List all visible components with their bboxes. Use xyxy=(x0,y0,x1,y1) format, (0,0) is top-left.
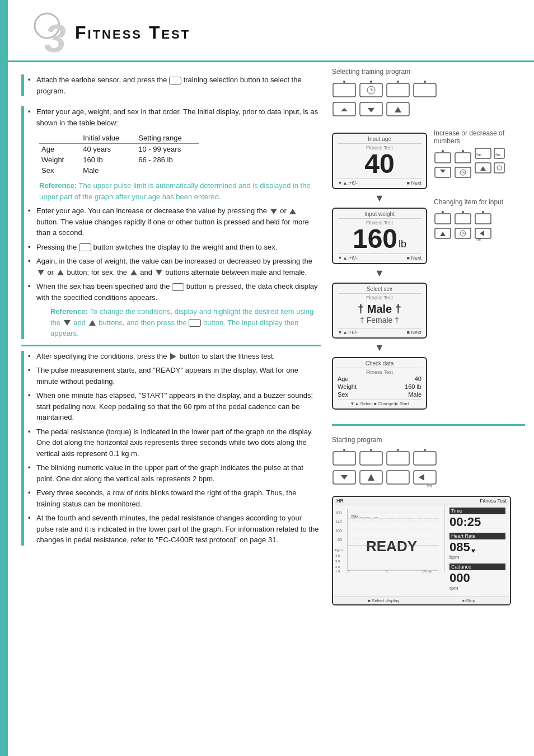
svg-point-39 xyxy=(442,211,444,213)
next-btn3-icon xyxy=(189,319,201,327)
select-sex-header: Select sex xyxy=(338,286,421,294)
svg-rect-66 xyxy=(414,471,436,484)
ready-stop: ●:Stop xyxy=(462,598,475,603)
left-section: Attach the earlobe sensor, and press the… xyxy=(16,62,329,614)
down-triangle-icon xyxy=(270,209,277,214)
check-row-sex: SexMale xyxy=(338,391,421,398)
sex-male-option: † Male † xyxy=(340,303,419,316)
row-label-weight: Weight xyxy=(39,154,81,165)
heart-rate-label: Heart Rate xyxy=(449,533,505,539)
svg-rect-57 xyxy=(387,452,409,465)
svg-marker-67 xyxy=(419,474,424,481)
input-weight-header: Input weight xyxy=(338,211,421,219)
svg-point-20 xyxy=(442,150,444,152)
next-btn2-icon xyxy=(172,283,184,291)
check-data-header: Check data xyxy=(338,360,421,368)
reference1: Reference: The upper pulse limit is auto… xyxy=(39,180,321,202)
section1-bullet1: Attach the earlobe sensor, and press the… xyxy=(28,74,321,96)
bullet-age-adjust: Enter your age. You can increase or decr… xyxy=(28,205,321,238)
svg-marker-45 xyxy=(440,232,446,236)
ready-graph-svg: 180 140 100 60 max.................. xyxy=(335,508,444,574)
check-row-age: Age40 xyxy=(338,375,421,383)
svg-rect-65 xyxy=(387,471,409,484)
ready-title-label: Fitness Test xyxy=(480,498,507,504)
bullet-pedal-resistance: The pedal resistance (torque) is indicat… xyxy=(28,426,321,459)
svg-marker-33 xyxy=(480,166,486,171)
section3: After specifying the conditions, press t… xyxy=(21,351,321,546)
svg-text:READY: READY xyxy=(366,538,417,555)
select-sex-footer: ▼▲:+6/- ■ Next xyxy=(338,328,421,335)
input-weight-value: 160lb xyxy=(338,226,421,252)
svg-text:kg·m: kg·m xyxy=(335,548,343,552)
svg-marker-62 xyxy=(341,475,348,480)
svg-text:140: 140 xyxy=(335,520,342,524)
svg-text:60: 60 xyxy=(338,538,342,542)
svg-text:3: 3 xyxy=(44,17,66,55)
input-age-value: 40 xyxy=(338,151,421,177)
ready-footer: ■:Select display ●:Stop xyxy=(333,597,510,604)
down-triangle2-icon xyxy=(38,270,44,275)
svg-rect-59 xyxy=(414,452,436,465)
svg-point-60 xyxy=(424,449,426,451)
svg-point-5 xyxy=(370,81,372,83)
svg-rect-42 xyxy=(475,214,491,224)
down-triangle3-icon xyxy=(156,270,162,275)
time-label: Time xyxy=(449,508,505,514)
table-row-weight: Weight 160 lb 66 - 286 lb xyxy=(39,154,199,165)
input-age-footer: ▼▲:+6/- ■ Next xyxy=(338,179,421,186)
svg-text:2.0: 2.0 xyxy=(335,565,340,569)
col-header-initial: Initial value xyxy=(81,133,136,144)
row-initial-weight: 160 lb xyxy=(81,154,136,165)
bullet-dots-blink: Every three seconds, a row of dots blink… xyxy=(28,487,321,509)
svg-marker-16 xyxy=(368,108,374,112)
svg-text:100: 100 xyxy=(335,529,342,533)
section1-list: Attach the earlobe sensor, and press the… xyxy=(28,74,321,96)
cadance-label: Cadance xyxy=(449,564,505,570)
svg-rect-38 xyxy=(435,214,451,224)
right-section-divider xyxy=(332,424,525,426)
svg-text:fm: fm xyxy=(495,152,500,157)
bullet-ready: The pulse measurement starts, and "READY… xyxy=(28,365,321,387)
section3-bullets: After specifying the conditions, press t… xyxy=(28,351,321,546)
bullet-start-test: After specifying the conditions, press t… xyxy=(28,351,321,362)
svg-text:fm: fm xyxy=(476,152,481,157)
input-weight-footer: ▼▲:+6/- ■ Next xyxy=(338,253,421,261)
svg-rect-11 xyxy=(414,83,436,97)
next-btn-icon xyxy=(79,243,91,251)
ready-hr-label: HR xyxy=(336,498,344,504)
cadance-value: 000 xyxy=(449,571,505,585)
svg-rect-19 xyxy=(435,153,451,163)
ready-body: 180 140 100 60 max.................. xyxy=(333,505,510,597)
row-initial-sex: Male xyxy=(81,165,136,176)
increase-decrease-label: Increase or decrease of numbers xyxy=(434,129,525,145)
up-triangle3-icon xyxy=(130,270,137,275)
svg-rect-40 xyxy=(455,214,471,224)
svg-text:fm: fm xyxy=(476,237,481,242)
svg-text:fm: fm xyxy=(427,483,432,489)
input-age-display: Input age Fitness Test 40 ▼▲:+6/- ■ Next… xyxy=(332,129,427,413)
starting-diagram-svg: fm xyxy=(332,446,455,491)
page-title: Fitness Test xyxy=(75,22,190,43)
age-to-weight-arrow: ▼ xyxy=(332,192,427,204)
section2-intro: Enter your age, weight, and sex in that … xyxy=(28,106,321,128)
table-row-age: Age 40 years 10 - 99 years xyxy=(39,144,199,155)
check-data-subtitle: Fitness Test xyxy=(338,369,421,375)
left-accent-bar xyxy=(0,0,8,756)
select-sex-options: † Male † † Female † xyxy=(338,300,421,327)
bullet-minutes: At the fourth and seventh minutes, the p… xyxy=(28,513,321,546)
cadance-stat: Cadance 000 rpm xyxy=(449,564,505,591)
section2: Enter your age, weight, and sex in that … xyxy=(21,106,321,339)
right-section: Selecting training program xyxy=(329,62,531,614)
ready-graph: 180 140 100 60 max.................. xyxy=(333,505,445,572)
row-label-sex: Sex xyxy=(39,165,81,176)
ready-header: HR Fitness Test xyxy=(333,497,510,505)
heart-rate-value: 085 ♥ xyxy=(449,540,505,555)
selecting-diagram-svg xyxy=(332,78,444,123)
input-age-header: Input age xyxy=(338,136,421,144)
bullet-blink-numeric: The blinking numeric value in the upper … xyxy=(28,462,321,484)
svg-marker-18 xyxy=(395,107,401,112)
svg-text:4.0: 4.0 xyxy=(335,554,340,557)
svg-marker-64 xyxy=(368,474,374,481)
svg-point-12 xyxy=(424,81,426,83)
section1: Attach the earlobe sensor, and press the… xyxy=(21,74,321,96)
